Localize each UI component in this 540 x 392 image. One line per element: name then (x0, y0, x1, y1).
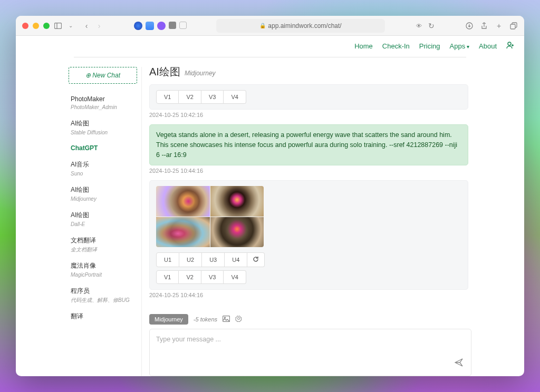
new-chat-button[interactable]: New Chat (69, 67, 137, 84)
vertical-divider (141, 67, 142, 376)
assistant-message: V1 V2 V3 V4 (149, 84, 468, 110)
v2-button[interactable]: V2 (179, 90, 201, 104)
user-add-icon[interactable] (506, 41, 515, 51)
generated-image-4[interactable] (210, 217, 264, 248)
extension-icon-4[interactable] (169, 22, 176, 29)
title-bar: ⌄ ‹ › 🔒 app.aimindwork.com/chat/ 👁 ↻ + (16, 16, 524, 36)
upscale-buttons-row: U1 U2 U3 U4 (156, 252, 461, 267)
sidebar-item-programmer[interactable]: 程序员 代码生成、解释、修BUG (69, 282, 137, 308)
sidebar-item-chatgpt[interactable]: ChatGPT (69, 140, 137, 156)
refresh-icon (253, 256, 259, 262)
user-prompt-text: Vegeta stands alone in a desert, releasi… (156, 131, 457, 159)
window-controls (22, 23, 50, 29)
nav-apps[interactable]: Apps (450, 42, 469, 50)
sidebar-item-aidraw-sd[interactable]: AI绘图 Stable Diffusion (69, 115, 137, 140)
chat-title: AI绘图 (149, 65, 180, 79)
chat-header: AI绘图 Midjourney (149, 65, 471, 79)
refresh-button[interactable] (247, 252, 265, 267)
u4-button[interactable]: U4 (225, 252, 247, 267)
generated-image-1[interactable] (156, 186, 210, 217)
url-text: app.aimindwork.com/chat/ (268, 22, 341, 30)
messages-area: V1 V2 V3 V4 2024-10-25 10:42:16 Vegeta s… (149, 84, 471, 310)
u2-button[interactable]: U2 (179, 252, 202, 267)
generated-image-2[interactable] (210, 186, 264, 217)
input-section: Midjourney -5 tokens (149, 310, 471, 376)
v1-button[interactable]: V1 (156, 90, 179, 104)
forward-button[interactable]: › (95, 22, 103, 30)
send-button[interactable] (454, 358, 464, 369)
message-input-box (149, 329, 471, 376)
message-timestamp: 2024-10-25 10:44:16 (149, 292, 468, 298)
browser-window: ⌄ ‹ › 🔒 app.aimindwork.com/chat/ 👁 ↻ + (16, 16, 524, 376)
extension-icon-5[interactable] (179, 22, 187, 29)
maximize-window-button[interactable] (43, 23, 50, 29)
v3-button[interactable]: V3 (201, 90, 224, 104)
v2-button[interactable]: V2 (179, 270, 201, 284)
assistant-message-image: U1 U2 U3 U4 V1 V2 V3 V4 (149, 180, 468, 290)
extension-icon-2[interactable] (146, 22, 154, 30)
u1-button[interactable]: U1 (156, 252, 179, 267)
chevron-down-icon[interactable]: ⌄ (66, 22, 75, 30)
settings-icon[interactable] (235, 315, 242, 324)
token-cost: -5 tokens (194, 316, 217, 322)
image-attach-icon[interactable] (223, 316, 230, 324)
generated-image-grid[interactable] (156, 186, 264, 247)
chat-panel: AI绘图 Midjourney V1 V2 V3 V4 2024-10-25 1… (149, 57, 471, 376)
download-icon[interactable] (465, 22, 474, 30)
sidebar-item-magicportrait[interactable]: 魔法肖像 MagicPortrait (69, 257, 137, 282)
reader-icon[interactable]: 👁 (414, 22, 423, 30)
v4-button[interactable]: V4 (224, 270, 246, 284)
sidebar-item-translate[interactable]: 翻译 (69, 308, 137, 325)
nav-home[interactable]: Home (354, 42, 373, 50)
close-window-button[interactable] (22, 23, 28, 29)
sidebar-item-photomaker[interactable]: PhotoMaker PhotoMaker_Admin (69, 91, 137, 115)
sidebar-item-doctranslate[interactable]: 文档翻译 全文档翻译 (69, 232, 137, 257)
nav-pricing[interactable]: Pricing (419, 42, 440, 50)
message-input[interactable] (156, 336, 465, 358)
lock-icon: 🔒 (259, 23, 266, 28)
generated-image-3[interactable] (156, 217, 210, 248)
sidebar-item-aimusic[interactable]: AI音乐 Suno (69, 156, 137, 181)
svg-rect-0 (55, 23, 62, 28)
app-content: Home Check-In Pricing Apps About New Cha… (16, 36, 524, 376)
minimize-window-button[interactable] (33, 23, 39, 29)
v1-button[interactable]: V1 (156, 270, 179, 284)
sidebar-item-aidraw-mj[interactable]: AI绘图 Midjourney (69, 181, 137, 207)
chat-subtitle: Midjourney (185, 70, 216, 77)
nav-about[interactable]: About (479, 42, 497, 50)
top-nav: Home Check-In Pricing Apps About (16, 36, 524, 57)
mode-badge[interactable]: Midjourney (149, 314, 188, 325)
tabs-icon[interactable] (509, 22, 518, 30)
user-message: Vegeta stands alone in a desert, releasi… (149, 124, 468, 165)
sidebar: New Chat PhotoMaker PhotoMaker_Admin AI绘… (69, 57, 137, 376)
new-tab-icon[interactable]: + (495, 22, 503, 30)
svg-point-6 (225, 317, 226, 318)
main-area: New Chat PhotoMaker PhotoMaker_Admin AI绘… (16, 57, 524, 376)
v3-button[interactable]: V3 (201, 270, 224, 284)
back-button[interactable]: ‹ (82, 22, 91, 30)
sidebar-toggle-icon[interactable] (54, 22, 62, 30)
sidebar-item-aidraw-dalle[interactable]: AI绘图 Dall-E (69, 207, 137, 232)
svg-point-4 (508, 42, 511, 45)
u3-button[interactable]: U3 (202, 252, 225, 267)
address-bar[interactable]: 🔒 app.aimindwork.com/chat/ (216, 19, 385, 33)
share-icon[interactable] (480, 22, 488, 30)
svg-rect-3 (510, 24, 515, 29)
message-timestamp: 2024-10-25 10:44:16 (149, 168, 468, 174)
variation-buttons-row-2: V1 V2 V3 V4 (156, 270, 461, 284)
reload-icon[interactable]: ↻ (427, 22, 436, 30)
v4-button[interactable]: V4 (224, 90, 246, 104)
input-meta: Midjourney -5 tokens (149, 314, 471, 325)
variation-buttons-row: V1 V2 V3 V4 (156, 90, 461, 104)
message-timestamp: 2024-10-25 10:42:16 (149, 112, 468, 118)
send-icon (454, 358, 464, 367)
extension-icon-3[interactable] (157, 22, 166, 30)
nav-checkin[interactable]: Check-In (382, 42, 410, 50)
extension-icon-1[interactable] (134, 22, 142, 30)
